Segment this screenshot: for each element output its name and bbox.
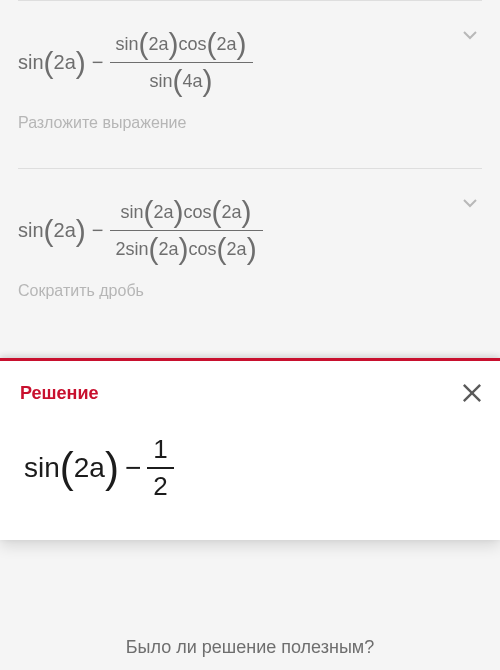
solution-step[interactable]: sin (2a) − sin (2a) cos (2a) sin (4a) Ра… xyxy=(18,0,482,168)
solution-title: Решение xyxy=(20,383,480,404)
solution-card: Решение sin (2a) − 1 2 xyxy=(0,358,500,540)
close-icon[interactable] xyxy=(458,379,486,407)
step-hint: Сократить дробь xyxy=(18,264,482,318)
solution-step[interactable]: sin (2a) − sin (2a) cos (2a) 2 sin (2a) … xyxy=(18,168,482,336)
minus-operator: − xyxy=(125,452,141,484)
solution-expression: sin (2a) − 1 2 xyxy=(20,432,480,504)
fraction: 1 2 xyxy=(147,432,173,504)
step-expression: sin (2a) − sin (2a) cos (2a) sin (4a) xyxy=(18,29,482,96)
minus-operator: − xyxy=(92,219,104,242)
chevron-down-icon xyxy=(458,191,482,215)
math-arg: 2a xyxy=(54,51,76,74)
fraction: sin (2a) cos (2a) sin (4a) xyxy=(110,29,253,96)
minus-operator: − xyxy=(92,51,104,74)
step-expression: sin (2a) − sin (2a) cos (2a) 2 sin (2a) … xyxy=(18,197,482,264)
math-fn: sin xyxy=(18,51,44,74)
solution-steps: sin (2a) − sin (2a) cos (2a) sin (4a) Ра… xyxy=(0,0,500,336)
step-hint: Разложите выражение xyxy=(18,96,482,150)
chevron-down-icon xyxy=(458,23,482,47)
feedback-prompt: Было ли решение полезным? xyxy=(0,637,500,658)
fraction: sin (2a) cos (2a) 2 sin (2a) cos (2a) xyxy=(110,197,263,264)
